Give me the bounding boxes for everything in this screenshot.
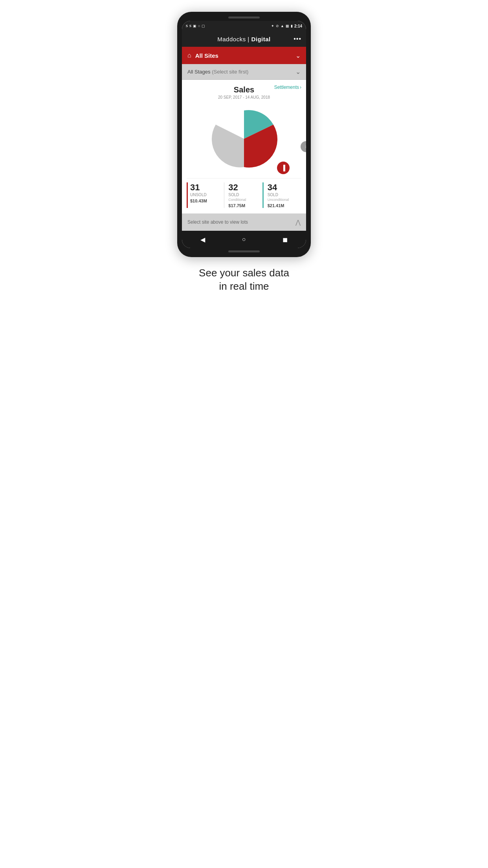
stat-sold-conditional: 32 SOLD Conditional $17.75M (224, 182, 262, 208)
all-sites-dropdown[interactable]: ⌂ All Sites ⌄ (182, 47, 306, 64)
settlements-chevron-icon: › (300, 85, 301, 90)
back-button[interactable]: ◀ (200, 236, 205, 243)
sold-cond-sublabel: Conditional (228, 198, 259, 202)
app-title: Maddocks | Digital (217, 36, 270, 42)
status-bar: 𝐒 𝐒 ▣ ○ ▢ ✦ ⊘ ▲ ▩ ▮ 2:14 (182, 21, 306, 31)
select-site-text: Select site above to view lots (187, 219, 295, 225)
phone-bottom-bar (228, 250, 260, 252)
unsold-value: $10.43M (190, 199, 221, 203)
wifi-icon: ▲ (281, 24, 284, 28)
all-stages-dropdown[interactable]: All Stages (Select site first) ⌄ (182, 64, 306, 80)
status-icon-img: ▣ (193, 24, 196, 28)
settlements-link[interactable]: Settlements › (274, 85, 301, 90)
settlements-label: Settlements (274, 85, 299, 90)
pie-chart (209, 103, 279, 174)
phone-notch-bar (228, 17, 260, 18)
status-icon-s1: 𝐒 (186, 24, 188, 28)
caption: See your sales datain real time (191, 267, 297, 293)
next-arrow-icon: › (305, 144, 306, 149)
status-icon-sq: ▢ (202, 24, 205, 28)
status-icon-circle: ○ (198, 24, 200, 28)
signal-blocked-icon: ⊘ (276, 24, 279, 28)
sold-uncond-value: $21.41M (268, 203, 298, 208)
scroll-up-icon[interactable]: ⋀ (295, 219, 301, 226)
recents-button[interactable]: ◼ (283, 236, 288, 243)
sales-date: 20 SEP, 2017 - 14 AUG, 2018 (187, 95, 301, 99)
main-content: Settlements › › Sales 20 SEP, 2017 - 14 … (182, 80, 306, 231)
cell-signal-icon: ▩ (286, 24, 289, 28)
phone-notch-area (182, 17, 306, 18)
nav-bar: ◀ ○ ◼ (182, 231, 306, 248)
status-left-icons: 𝐒 𝐒 ▣ ○ ▢ (186, 24, 205, 28)
stats-row: 31 UNSOLD $10.43M 32 SOLD Conditional $1… (187, 178, 301, 208)
all-stages-hint: (Select site first) (212, 69, 248, 75)
stat-unsold: 31 UNSOLD $10.43M (187, 182, 224, 208)
pie-chart-container: ▐ (187, 103, 301, 174)
sold-uncond-sublabel: Unconditional (268, 198, 298, 202)
all-stages-label: All Stages (Select site first) (187, 69, 295, 75)
sales-card: Settlements › › Sales 20 SEP, 2017 - 14 … (182, 80, 306, 213)
sold-uncond-label: SOLD (268, 193, 298, 197)
phone-bottom (182, 250, 306, 252)
app-header: Maddocks | Digital ••• (182, 31, 306, 47)
unsold-label: UNSOLD (190, 193, 221, 197)
status-icon-s2: 𝐒 (189, 24, 191, 28)
all-stages-chevron-icon: ⌄ (295, 68, 301, 75)
all-sites-label: All Sites (195, 52, 295, 59)
status-time: 2:14 (294, 24, 302, 28)
home-icon: ⌂ (187, 52, 191, 59)
phone-frame: 𝐒 𝐒 ▣ ○ ▢ ✦ ⊘ ▲ ▩ ▮ 2:14 Maddo (177, 12, 311, 257)
bluetooth-icon: ✦ (271, 24, 274, 28)
home-button[interactable]: ○ (242, 236, 246, 243)
all-sites-chevron-icon: ⌄ (295, 52, 301, 59)
stat-sold-unconditional: 34 SOLD Unconditional $21.41M (262, 182, 301, 208)
page-wrapper: 𝐒 𝐒 ▣ ○ ▢ ✦ ⊘ ▲ ▩ ▮ 2:14 Maddo (163, 0, 325, 301)
sold-uncond-number: 34 (268, 182, 298, 193)
battery-icon: ▮ (291, 24, 293, 28)
sold-cond-value: $17.75M (228, 203, 259, 208)
sold-cond-number: 32 (228, 182, 259, 193)
status-right-icons: ✦ ⊘ ▲ ▩ ▮ 2:14 (271, 24, 302, 28)
chart-toggle-button[interactable]: ▐ (277, 162, 290, 174)
unsold-number: 31 (190, 182, 221, 193)
sold-cond-label: SOLD (228, 193, 259, 197)
next-card-button[interactable]: › (301, 141, 306, 152)
select-site-bar: Select site above to view lots ⋀ (182, 213, 306, 231)
menu-dots-button[interactable]: ••• (294, 35, 301, 42)
phone-screen: 𝐒 𝐒 ▣ ○ ▢ ✦ ⊘ ▲ ▩ ▮ 2:14 Maddo (182, 21, 306, 248)
bar-chart-icon: ▐ (281, 165, 285, 171)
